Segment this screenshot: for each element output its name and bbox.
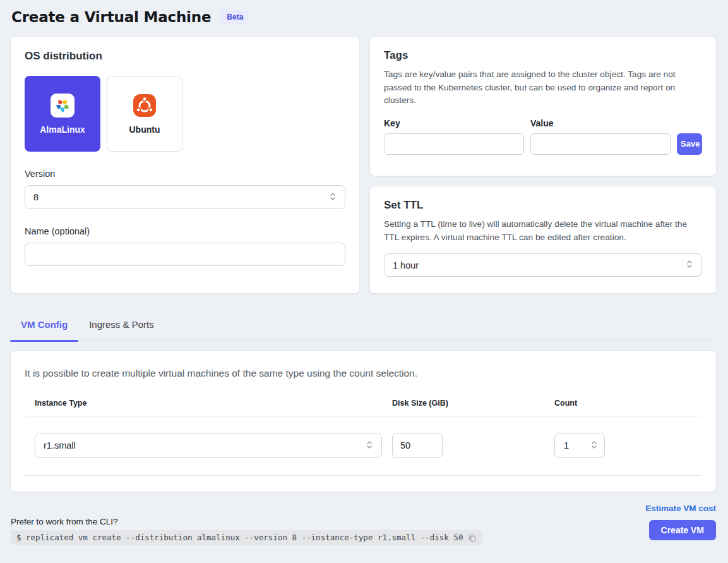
cli-command-text: $ replicated vm create --distribution al… (16, 533, 463, 542)
vm-name-input[interactable] (25, 243, 345, 266)
tag-key-label: Key (384, 118, 524, 128)
cli-prompt-text: Prefer to work from the CLI? (11, 517, 482, 526)
vm-table-row: r1.small 1 (25, 433, 702, 458)
ttl-select-value: 1 hour (393, 260, 419, 270)
set-ttl-card: Set TTL Setting a TTL (time to live) wil… (369, 186, 717, 294)
column-header-disk-size: Disk Size (GiB) (392, 399, 554, 408)
count-stepper[interactable]: 1 (554, 433, 605, 458)
copy-icon[interactable] (468, 533, 477, 542)
ubuntu-logo-icon (133, 94, 157, 118)
chevron-updown-icon (366, 440, 373, 452)
table-row-divider (25, 475, 702, 476)
config-tabs: VM Config Ingress & Ports (10, 315, 717, 341)
ttl-description: Setting a TTL (time to live) will automa… (384, 218, 702, 244)
page-footer: Prefer to work from the CLI? $ replicate… (10, 504, 717, 545)
top-grid: OS distribution (10, 36, 717, 294)
tag-value-input[interactable] (530, 133, 671, 155)
os-option-almalinux[interactable]: AlmaLinux (25, 76, 100, 152)
cli-section: Prefer to work from the CLI? $ replicate… (11, 517, 482, 545)
ttl-select[interactable]: 1 hour (384, 253, 702, 277)
chevron-updown-icon (590, 440, 598, 452)
vm-config-card: It is possible to create multiple virtua… (10, 350, 717, 492)
vm-config-intro: It is possible to create multiple virtua… (25, 368, 702, 379)
os-distribution-card: OS distribution (10, 36, 360, 294)
beta-badge: Beta (221, 10, 249, 24)
estimate-cost-link[interactable]: Estimate VM cost (645, 504, 716, 513)
chevron-updown-icon (329, 191, 337, 203)
os-option-label: Ubuntu (129, 124, 160, 135)
tag-key-value-form: Key Value Save (384, 118, 702, 155)
page-header: Create a Virtual Machine Beta (10, 9, 717, 25)
os-card-title: OS distribution (25, 50, 345, 63)
table-header-divider (25, 416, 702, 416)
save-tag-button[interactable]: Save (677, 133, 702, 155)
column-header-instance-type: Instance Type (25, 399, 392, 408)
version-select-value: 8 (33, 192, 39, 202)
footer-actions: Estimate VM cost Create VM (645, 504, 716, 545)
os-option-ubuntu[interactable]: Ubuntu (107, 76, 182, 152)
right-column: Tags Tags are key/value pairs that are a… (369, 36, 717, 294)
create-vm-page: Create a Virtual Machine Beta OS distrib… (0, 0, 728, 545)
tab-ingress-ports[interactable]: Ingress & Ports (78, 315, 165, 341)
version-select[interactable]: 8 (25, 185, 345, 209)
page-title: Create a Virtual Machine (11, 9, 211, 25)
chevron-updown-icon (686, 259, 693, 271)
version-label: Version (25, 169, 345, 179)
vm-table-header: Instance Type Disk Size (GiB) Count (25, 399, 702, 408)
create-vm-button[interactable]: Create VM (649, 520, 716, 540)
cli-command-block: $ replicated vm create --distribution al… (11, 530, 482, 545)
tags-description: Tags are key/value pairs that are assign… (384, 68, 702, 107)
tag-key-input[interactable] (384, 133, 524, 155)
instance-type-value: r1.small (44, 440, 76, 451)
tab-vm-config[interactable]: VM Config (10, 315, 78, 341)
os-option-label: AlmaLinux (40, 124, 85, 135)
ttl-card-title: Set TTL (384, 199, 702, 212)
tag-value-label: Value (530, 118, 671, 128)
os-option-tiles: AlmaLinux (25, 76, 345, 152)
tags-card-title: Tags (384, 49, 702, 62)
disk-size-input[interactable] (392, 433, 443, 458)
vm-name-label: Name (optional) (25, 226, 345, 236)
count-value: 1 (564, 440, 569, 451)
instance-type-select[interactable]: r1.small (35, 433, 382, 458)
almalinux-logo-icon (51, 94, 75, 118)
column-header-count: Count (554, 399, 702, 408)
tags-card: Tags Tags are key/value pairs that are a… (369, 36, 717, 176)
